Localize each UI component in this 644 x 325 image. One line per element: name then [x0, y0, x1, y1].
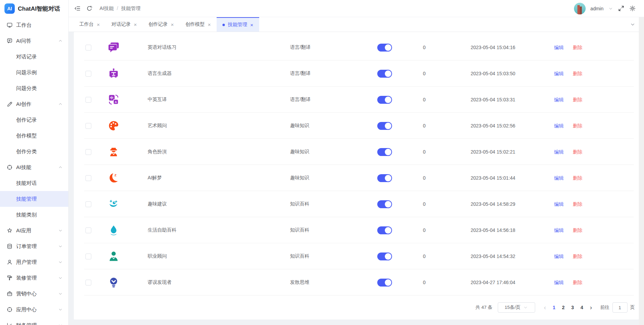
status-toggle[interactable] — [377, 122, 392, 130]
edit-link[interactable]: 编辑 — [554, 254, 564, 259]
tab[interactable]: 创作模型 × — [180, 17, 217, 32]
scrollbar[interactable] — [639, 17, 644, 325]
row-checkbox[interactable] — [85, 201, 91, 207]
sidebar-item[interactable]: 技能对话 — [0, 175, 68, 191]
delete-link[interactable]: 删除 — [573, 175, 582, 181]
skill-name: 角色扮演 — [148, 149, 290, 155]
edit-link[interactable]: 编辑 — [554, 71, 564, 76]
tab[interactable]: 对话记录 × — [106, 17, 143, 32]
delete-link[interactable]: 删除 — [573, 97, 582, 102]
next-page-button[interactable]: › — [587, 304, 596, 311]
sidebar-item[interactable]: 创作记录 — [0, 112, 68, 128]
sidebar-item[interactable]: AI创作 — [0, 96, 68, 112]
sidebar-item[interactable]: 订单管理 — [0, 238, 68, 254]
sidebar-item[interactable]: 工作台 — [0, 17, 68, 33]
row-checkbox[interactable] — [85, 97, 91, 103]
chevron-down-icon — [58, 276, 63, 280]
gear-icon[interactable] — [629, 5, 636, 12]
page-number[interactable]: 3 — [568, 305, 577, 310]
sidebar-item[interactable]: 创作模型 — [0, 128, 68, 144]
row-checkbox[interactable] — [85, 254, 91, 259]
page-number[interactable]: 2 — [559, 305, 568, 310]
skill-category: 趣味知识 — [290, 149, 377, 155]
refresh-icon[interactable] — [86, 5, 93, 12]
delete-link[interactable]: 删除 — [573, 45, 582, 50]
tab-close-icon[interactable]: × — [208, 22, 211, 27]
avatar[interactable] — [574, 3, 586, 14]
created-time: 2023-05-04 15:02:21 — [471, 149, 554, 155]
chevron-down-icon — [58, 307, 63, 312]
edit-link[interactable]: 编辑 — [554, 149, 564, 155]
sidebar-item[interactable]: 财务管理 — [0, 317, 68, 325]
chat-bubbles-icon — [108, 42, 119, 53]
status-toggle[interactable] — [377, 253, 392, 260]
edit-link[interactable]: 编辑 — [554, 227, 564, 233]
sidebar-item[interactable]: 问题分类 — [0, 80, 68, 96]
usage-count: 0 — [423, 123, 471, 128]
prev-page-button[interactable]: ‹ — [541, 304, 550, 311]
row-checkbox[interactable] — [85, 45, 91, 51]
fold-sidebar-icon[interactable] — [74, 5, 81, 12]
tab-close-icon[interactable]: × — [134, 22, 137, 27]
edit-link[interactable]: 编辑 — [554, 97, 564, 102]
table-row: 职业顾问 知识百科 0 2023-05-04 14:54:32 编辑 删除 — [74, 243, 639, 269]
delete-link[interactable]: 删除 — [573, 71, 582, 76]
created-time: 2023-04-27 17:46:04 — [471, 280, 554, 285]
edit-link[interactable]: 编辑 — [554, 123, 564, 128]
icon_chevron_down-icon[interactable] — [608, 6, 613, 11]
status-toggle[interactable] — [377, 44, 392, 52]
tab-close-icon[interactable]: × — [171, 22, 174, 27]
sidebar-item[interactable]: AI问答 — [0, 33, 68, 49]
icon_chevron_down-icon[interactable] — [628, 17, 638, 32]
delete-link[interactable]: 删除 — [573, 227, 582, 233]
row-checkbox[interactable] — [85, 123, 91, 129]
status-toggle[interactable] — [377, 96, 392, 104]
breadcrumb-section[interactable]: AI技能 — [100, 5, 114, 12]
sidebar-item[interactable]: 创作分类 — [0, 144, 68, 159]
tab[interactable]: 工作台 × — [73, 17, 106, 32]
row-checkbox[interactable] — [85, 280, 91, 285]
delete-link[interactable]: 删除 — [573, 254, 582, 259]
sidebar-item[interactable]: 营销中心 — [0, 286, 68, 302]
page-jump-input[interactable] — [612, 302, 628, 313]
status-toggle[interactable] — [377, 70, 392, 78]
delete-link[interactable]: 删除 — [573, 149, 582, 155]
edit-link[interactable]: 编辑 — [554, 280, 564, 285]
fullscreen-icon[interactable] — [618, 5, 624, 12]
status-toggle[interactable] — [377, 279, 392, 287]
page-number[interactable]: 4 — [577, 305, 587, 310]
sidebar-item[interactable]: AI技能 — [0, 159, 68, 175]
tab[interactable]: 技能管理 × — [217, 17, 259, 32]
status-toggle[interactable] — [377, 148, 392, 156]
sidebar-item[interactable]: 问题示例 — [0, 65, 68, 80]
sidebar-item[interactable]: 装修管理 — [0, 270, 68, 286]
edit-link[interactable]: 编辑 — [554, 45, 564, 50]
status-toggle[interactable] — [377, 174, 392, 182]
sidebar-item[interactable]: AI应用 — [0, 223, 68, 238]
delete-link[interactable]: 删除 — [573, 123, 582, 128]
table-row: 英语对话练习 语言/翻译 0 2023-05-04 15:04:16 编辑 删除 — [74, 34, 639, 60]
sidebar-item[interactable]: 技能类别 — [0, 207, 68, 223]
status-toggle[interactable] — [377, 226, 392, 234]
page-number[interactable]: 1 — [550, 305, 559, 310]
row-checkbox[interactable] — [85, 227, 91, 233]
edit-link[interactable]: 编辑 — [554, 175, 564, 181]
row-checkbox[interactable] — [85, 175, 91, 181]
sidebar-item[interactable]: 对话记录 — [0, 49, 68, 65]
delete-link[interactable]: 删除 — [573, 201, 582, 207]
username[interactable]: admin — [590, 6, 603, 11]
tab-close-icon[interactable]: × — [250, 22, 253, 27]
row-checkbox[interactable] — [85, 149, 91, 155]
sidebar-item[interactable]: 用户管理 — [0, 254, 68, 270]
tab[interactable]: 创作记录 × — [143, 17, 180, 32]
row-checkbox[interactable] — [85, 71, 91, 77]
sidebar-item[interactable]: 应用中心 — [0, 302, 68, 317]
sidebar-item[interactable]: 技能管理 — [0, 191, 68, 207]
status-toggle[interactable] — [377, 200, 392, 208]
page-size-select[interactable]: 15条/页 — [498, 302, 535, 313]
delete-link[interactable]: 删除 — [573, 280, 582, 285]
chevron-down-icon — [58, 244, 63, 249]
tab-close-icon[interactable]: × — [97, 22, 100, 27]
edit-link[interactable]: 编辑 — [554, 201, 564, 207]
detective-icon — [108, 146, 119, 158]
